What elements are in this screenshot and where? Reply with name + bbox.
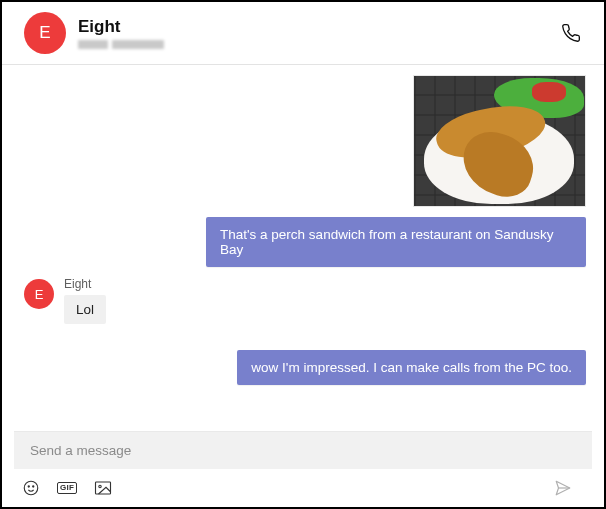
gif-button[interactable]: GIF [54,477,80,499]
status-redacted [112,40,164,49]
call-button[interactable] [556,18,586,48]
message-row-other: E Eight Lol [24,277,586,324]
message-bubble-other[interactable]: Lol [64,295,106,324]
contact-name: Eight [78,17,556,37]
avatar-initial: E [39,23,50,43]
compose-placeholder: Send a message [30,443,131,458]
chat-header: E Eight [2,2,604,65]
image-button[interactable] [90,477,116,499]
emoji-button[interactable] [18,477,44,499]
sender-avatar[interactable]: E [24,279,54,309]
message-row-me: That's a perch sandwich from a restauran… [24,217,586,267]
svg-rect-3 [96,482,111,494]
send-button[interactable] [550,477,576,499]
avatar-initial: E [35,287,44,302]
image-attachment[interactable] [413,75,586,207]
svg-point-4 [99,485,101,487]
chat-window: E Eight That's a [0,0,606,509]
image-icon [94,480,112,496]
compose-input[interactable]: Send a message [14,431,592,469]
emoji-icon [22,479,40,497]
compose-toolbar: GIF [2,469,604,507]
message-row-me: wow I'm impressed. I can make calls from… [24,350,586,385]
contact-avatar[interactable]: E [24,12,66,54]
header-text: Eight [78,17,556,49]
message-bubble-me[interactable]: wow I'm impressed. I can make calls from… [237,350,586,385]
svg-point-0 [24,481,38,495]
contact-status [78,40,556,49]
gif-icon: GIF [57,482,77,494]
status-redacted [78,40,108,49]
message-list: That's a perch sandwich from a restauran… [2,65,604,427]
message-row-me [24,75,586,207]
sender-name: Eight [64,277,106,291]
message-bubble-me[interactable]: That's a perch sandwich from a restauran… [206,217,586,267]
svg-point-2 [33,486,34,487]
svg-point-1 [28,486,29,487]
phone-icon [561,23,581,43]
send-icon [553,479,573,497]
